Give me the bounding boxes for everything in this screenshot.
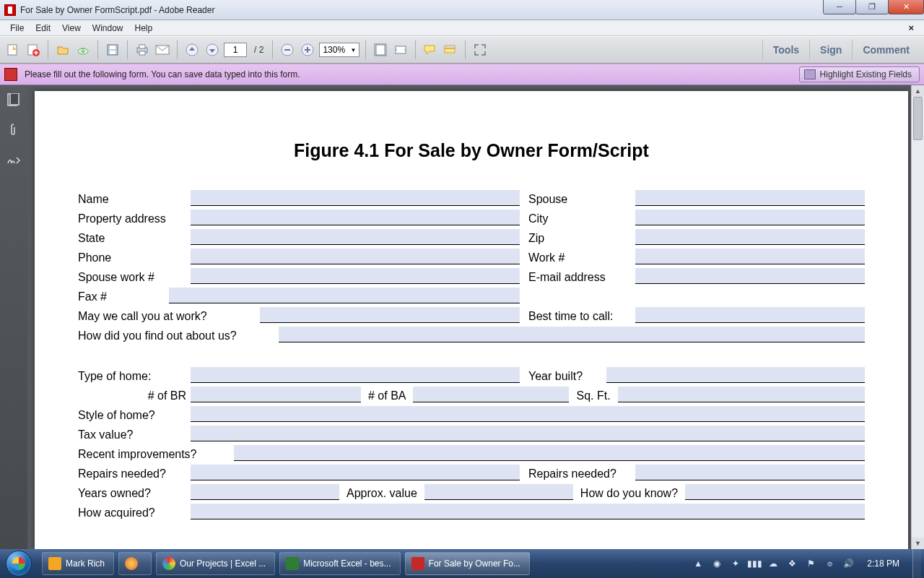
svg-rect-8	[139, 45, 145, 48]
field-phone[interactable]	[191, 249, 520, 264]
form-message-bar: Please fill out the following form. You …	[0, 64, 924, 85]
field-name[interactable]	[191, 190, 520, 206]
taskbar-item-reader[interactable]: For Sale by Owner Fo...	[405, 552, 530, 575]
start-button[interactable]	[0, 549, 38, 578]
page-up-icon[interactable]	[183, 41, 201, 59]
export-pdf-icon[interactable]	[4, 41, 22, 59]
menubar-close-icon[interactable]: ×	[902, 21, 920, 35]
field-repairs1[interactable]	[191, 465, 520, 480]
label-years-owned: Years owned?	[78, 487, 191, 500]
tray-up-icon[interactable]: ▲	[692, 558, 704, 569]
fit-page-icon[interactable]	[372, 41, 389, 59]
taskbar-item-chrome[interactable]: Our Projects | Excel ...	[156, 552, 275, 575]
comment-icon[interactable]	[422, 41, 439, 59]
tray-clock[interactable]: 2:18 PM	[861, 558, 905, 569]
save-icon[interactable]	[104, 41, 121, 59]
field-city[interactable]	[635, 210, 865, 225]
scroll-up-icon[interactable]: ▲	[912, 85, 924, 97]
tray-signal-icon[interactable]: ▮▮▮	[749, 558, 760, 569]
field-ba[interactable]	[413, 387, 569, 402]
field-improvements[interactable]	[234, 445, 865, 461]
label-property-address: Property address	[78, 212, 191, 225]
scroll-down-icon[interactable]: ▼	[912, 538, 924, 549]
tray-app2-icon[interactable]: ✦	[730, 558, 741, 569]
field-type-home[interactable]	[191, 367, 520, 383]
field-sqft[interactable]	[618, 387, 865, 402]
window-controls: ─ ❐ ✕	[824, 0, 924, 14]
highlight-fields-button[interactable]: Highlight Existing Fields	[799, 66, 920, 82]
tray-volume-icon[interactable]: 🔊	[842, 558, 854, 569]
maximize-button[interactable]: ❐	[855, 0, 889, 14]
field-approx-value[interactable]	[424, 484, 573, 500]
zoom-in-icon[interactable]	[299, 41, 316, 59]
taskbar-item-explorer[interactable]: Mark Rich	[42, 552, 114, 575]
field-zip[interactable]	[635, 229, 865, 245]
label-city: City	[528, 212, 635, 225]
field-fax[interactable]	[169, 288, 520, 303]
system-tray: ▲ ◉ ✦ ▮▮▮ ☁ ❖ ⚑ ⌾ 🔊 2:18 PM	[692, 549, 924, 578]
taskbar-item-firefox[interactable]	[118, 552, 152, 575]
field-spouse[interactable]	[635, 190, 865, 206]
field-spouse-work[interactable]	[191, 268, 520, 284]
tray-app1-icon[interactable]: ◉	[711, 558, 723, 569]
fit-width-icon[interactable]	[392, 41, 409, 59]
zoom-out-icon[interactable]	[279, 41, 296, 59]
tray-app4-icon[interactable]: ❖	[786, 558, 798, 569]
field-years-owned[interactable]	[191, 484, 339, 500]
field-call-work[interactable]	[260, 307, 520, 323]
label-repairs2: Repairs needed?	[528, 467, 635, 480]
scroll-thumb[interactable]	[913, 97, 923, 140]
vertical-scrollbar[interactable]: ▲ ▼	[911, 85, 924, 549]
field-year-built[interactable]	[606, 367, 865, 383]
tray-flag-icon[interactable]: ⚑	[805, 558, 816, 569]
menu-file[interactable]: File	[4, 22, 30, 35]
pdf-page: Figure 4.1 For Sale by Owner Form/Script…	[35, 91, 908, 549]
menu-edit[interactable]: Edit	[30, 22, 56, 35]
menu-help[interactable]: Help	[129, 22, 159, 35]
field-repairs2[interactable]	[635, 465, 865, 480]
label-state: State	[78, 232, 191, 245]
field-state[interactable]	[191, 229, 520, 245]
minimize-button[interactable]: ─	[823, 0, 856, 14]
window-titlebar: For Sale by Owner FormScript.pdf - Adobe…	[0, 0, 924, 20]
menu-view[interactable]: View	[56, 22, 87, 35]
page-down-icon[interactable]	[204, 41, 221, 59]
field-style[interactable]	[191, 406, 865, 422]
show-desktop-button[interactable]	[912, 549, 921, 578]
sign-link[interactable]: Sign	[809, 40, 852, 60]
print-icon[interactable]	[134, 41, 151, 59]
open-icon[interactable]	[54, 41, 71, 59]
label-best-time: Best time to call:	[528, 310, 635, 323]
highlight-icon[interactable]	[442, 41, 459, 59]
comment-link[interactable]: Comment	[852, 40, 920, 60]
fullscreen-icon[interactable]	[471, 41, 489, 59]
tray-app5-icon[interactable]: ⌾	[824, 558, 835, 569]
menu-window[interactable]: Window	[87, 22, 129, 35]
label-style: Style of home?	[78, 409, 191, 422]
field-acquired[interactable]	[191, 504, 865, 519]
signatures-icon[interactable]	[6, 153, 21, 168]
document-area[interactable]: Figure 4.1 For Sale by Owner Form/Script…	[27, 85, 924, 549]
field-find-out[interactable]	[279, 327, 865, 342]
thumbnails-icon[interactable]	[6, 92, 21, 107]
field-br[interactable]	[191, 387, 361, 402]
zoom-select[interactable]: 130%▼	[319, 43, 359, 57]
taskbar-item-excel[interactable]: Microsoft Excel - bes...	[279, 552, 400, 575]
cloud-icon[interactable]	[74, 41, 92, 59]
field-tax[interactable]	[191, 426, 865, 441]
close-button[interactable]: ✕	[888, 0, 924, 14]
email-icon[interactable]	[154, 41, 171, 59]
field-how-know[interactable]	[685, 484, 865, 500]
field-best-time[interactable]	[635, 307, 865, 323]
label-ba: # of BA	[361, 389, 413, 402]
tools-link[interactable]: Tools	[762, 40, 809, 60]
page-number-input[interactable]: 1	[224, 43, 247, 57]
field-email[interactable]	[635, 268, 865, 284]
field-property-address[interactable]	[191, 210, 520, 225]
field-work[interactable]	[635, 249, 865, 264]
label-approx-value: Approx. value	[339, 487, 424, 500]
pdf-icon	[411, 557, 424, 570]
tray-app3-icon[interactable]: ☁	[767, 558, 779, 569]
create-pdf-icon[interactable]	[25, 41, 42, 59]
attachments-icon[interactable]	[6, 123, 21, 137]
